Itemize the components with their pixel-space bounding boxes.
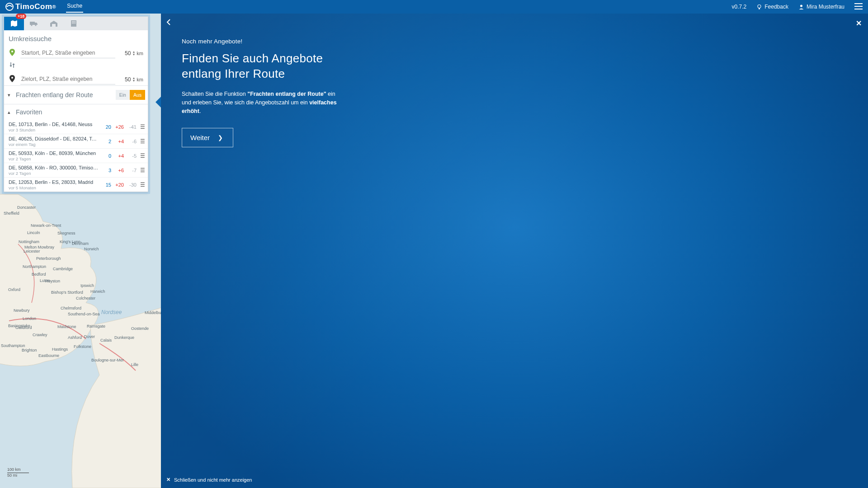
map-city-label: Calais [100,338,112,343]
list-icon[interactable]: ☰ [140,153,145,159]
map-city-label: Ipswich [80,283,94,288]
svg-rect-13 [72,21,73,22]
favorite-count-new: +26 [111,124,124,130]
favorite-route: DE, 40625, Düsseldorf - DE, 82024, Taufk… [9,136,99,141]
map-city-label: Harwich [90,289,105,294]
tab-warehouse[interactable] [44,17,64,30]
user-menu[interactable]: Mira Musterfrau [798,4,844,10]
map-city-label: Bedford [32,272,46,277]
favorite-row[interactable]: DE, 50933, Köln - DE, 80939, Münchenvor … [4,148,148,163]
sea-label: Nordsee [101,309,122,315]
favorite-route: DE, 12053, Berlin - ES, 28033, Madrid [9,179,99,185]
favorite-count-gone: -5 [124,153,137,159]
map-city-label: Basingstoke [8,324,30,328]
svg-point-9 [31,24,32,26]
map-city-label: Nottingham [19,239,39,244]
map-city-label: Skegness [57,231,75,235]
toggle-off[interactable]: Aus [130,90,145,100]
map-city-label: Lille [131,362,138,367]
svg-rect-18 [75,23,75,23]
brand-mark-icon [5,3,14,11]
svg-point-10 [35,24,36,26]
map-city-label: Cambridge [53,267,73,271]
origin-input[interactable] [20,48,115,58]
dest-pin-icon [9,75,16,84]
nav-search[interactable]: Suche [66,1,83,13]
building-icon [71,20,76,27]
map-city-label: London [23,316,36,321]
svg-rect-16 [72,23,73,23]
route-freight-toggle[interactable]: Ein Aus [116,90,145,100]
favorite-count-current: 20 [99,124,111,130]
main-menu-button[interactable] [854,3,863,11]
svg-point-1 [758,5,761,8]
map-city-label: Royston [45,279,60,283]
map-city-label: Southampton [1,343,25,348]
favorite-timestamp: vor 2 Tagen [9,171,99,176]
favorite-count-current: 3 [99,168,111,173]
swap-button[interactable] [4,59,148,72]
map-city-label: Sheffield [4,211,19,216]
dest-radius-down[interactable]: ▼ [132,80,135,82]
tab-company[interactable] [64,17,84,30]
overlay-dismiss-button[interactable]: ✕ Schließen und nicht mehr anzeigen [166,477,252,483]
version-label: v0.7.2 [732,4,747,10]
feedback-link[interactable]: Feedback [756,4,788,10]
dest-input[interactable] [20,74,115,84]
overlay-next-button[interactable]: Weiter ❯ [182,128,233,147]
svg-rect-15 [75,21,75,22]
tab-map[interactable]: +18 [4,17,24,30]
favorite-count-gone: -7 [124,168,137,173]
map-city-label: Bishop's Stortford [51,290,83,295]
overlay-pointer [156,97,161,108]
truck-icon [30,21,38,26]
favorite-row[interactable]: DE, 12053, Berlin - ES, 28033, Madridvor… [4,177,148,192]
svg-point-3 [800,5,802,7]
map-city-label: Melton Mowbray [24,245,55,249]
map-city-label: Maidstone [57,324,76,329]
map-city-label: Boulogne-sur-Mer [91,358,124,362]
favorite-count-new: +6 [111,168,124,173]
svg-rect-6 [854,9,863,9]
origin-radius-input[interactable] [119,50,131,56]
svg-point-20 [11,77,13,79]
map-city-label: Oostende [131,326,149,331]
map-city-label: Southend-on-Sea [68,312,100,316]
map-city-label: Ashford [68,335,82,340]
favorite-row[interactable]: DE, 40625, Düsseldorf - DE, 82024, Taufk… [4,134,148,148]
favorite-timestamp: vor 5 Monaten [9,185,99,190]
map-city-label: Peterborough [36,256,61,261]
route-freight-section[interactable]: ▾ Frachten entlang der Route Ein Aus [4,85,148,104]
favorite-row[interactable]: DE, 50858, Köln - RO, 300000, Timisoarav… [4,163,148,177]
map-icon [10,20,18,27]
favorite-count-gone: -41 [124,124,137,130]
origin-radius-down[interactable]: ▼ [132,53,135,56]
toggle-on[interactable]: Ein [116,90,130,100]
chevron-left-icon [166,19,171,25]
overlay-back-button[interactable] [166,19,171,27]
svg-point-19 [11,51,13,52]
map-city-label: Folkstone [74,344,91,349]
favorites-section[interactable]: ▴ Favoriten [4,104,148,120]
svg-rect-2 [759,8,760,9]
favorite-count-current: 0 [99,153,111,159]
map-city-label: Ramsgate [87,324,105,328]
list-icon[interactable]: ☰ [140,167,145,174]
overlay-headline: Finden Sie auch Angebote entlang Ihrer R… [182,51,396,82]
chevron-down-icon: ▾ [8,92,16,98]
list-icon[interactable]: ☰ [140,124,145,130]
tab-freight[interactable] [24,17,44,30]
favorite-count-new: +4 [111,153,124,159]
map-city-label: Doncaster [17,205,36,210]
list-icon[interactable]: ☰ [140,138,145,145]
map-city-label: Crawley [33,333,47,337]
dest-radius-input[interactable] [119,76,131,83]
favorite-timestamp: vor 2 Tagen [9,156,99,161]
list-icon[interactable]: ☰ [140,182,145,188]
section-title-radius: Umkreissuche [4,30,148,46]
swap-icon [9,62,15,68]
favorite-row[interactable]: DE, 10713, Berlin - DE, 41468, Neussvor … [4,120,148,134]
overlay-close-button[interactable]: ✕ [856,19,862,28]
map-city-label: Colchester [76,296,95,300]
close-icon: ✕ [166,477,170,483]
